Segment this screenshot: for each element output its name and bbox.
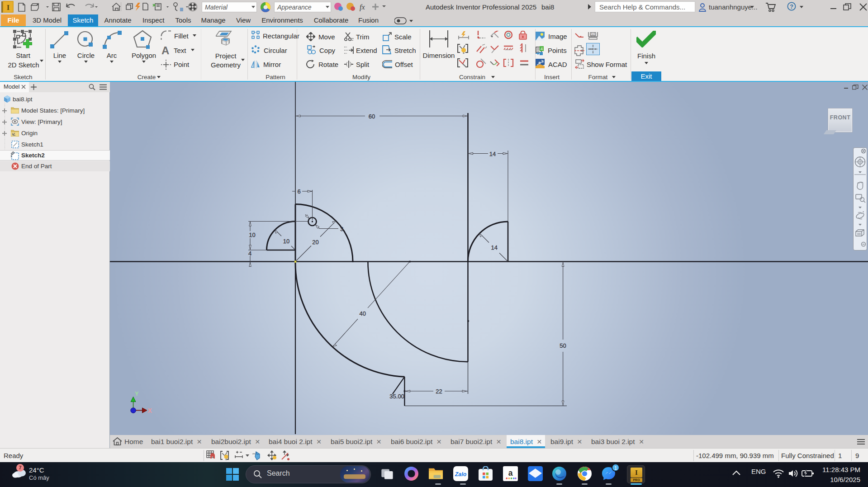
svg-text:Zalo: Zalo xyxy=(455,471,467,478)
svg-text:3: 3 xyxy=(340,226,343,232)
svg-text:22: 22 xyxy=(436,388,442,395)
svg-text:20: 20 xyxy=(312,239,318,246)
svg-text:40: 40 xyxy=(359,310,365,317)
svg-text:10: 10 xyxy=(249,232,255,238)
svg-text:10: 10 xyxy=(283,238,289,245)
svg-text:4: 4 xyxy=(248,250,251,257)
svg-text:35.00: 35.00 xyxy=(389,393,404,400)
svg-text:{x}: {x} xyxy=(591,32,595,37)
svg-text:14: 14 xyxy=(489,151,496,157)
svg-text:I: I xyxy=(7,3,10,12)
svg-text:fx: fx xyxy=(360,3,365,11)
svg-text:50: 50 xyxy=(560,342,566,349)
svg-text:a: a xyxy=(508,468,513,478)
svg-text:Y: Y xyxy=(135,390,139,397)
svg-text:60: 60 xyxy=(369,113,375,120)
svg-text:6: 6 xyxy=(297,188,300,195)
svg-text:X: X xyxy=(148,407,152,414)
svg-text:14: 14 xyxy=(491,244,498,251)
svg-text:4: 4 xyxy=(541,47,543,51)
svg-text:?: ? xyxy=(790,4,793,10)
